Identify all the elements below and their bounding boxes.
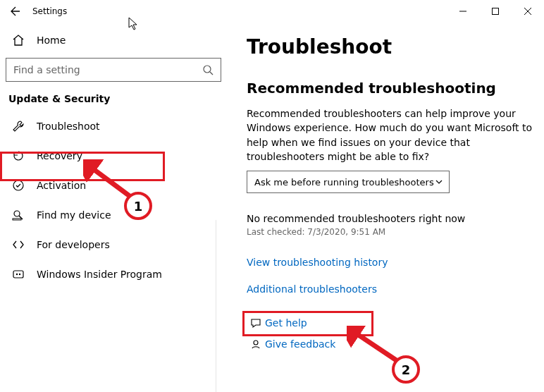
window-controls <box>447 0 544 23</box>
svg-point-4 <box>13 180 23 190</box>
titlebar: Settings <box>0 0 544 23</box>
content-pane: Troubleshoot Recommended troubleshooting… <box>225 23 544 392</box>
sidebar-item-label: Recovery <box>37 150 82 161</box>
sidebar-item-activation[interactable]: Activation <box>3 171 225 200</box>
give-feedback-link[interactable]: Give feedback <box>247 335 544 353</box>
get-help-link[interactable]: Get help <box>247 314 544 332</box>
maximize-button[interactable] <box>479 0 512 23</box>
svg-line-3 <box>210 72 213 75</box>
svg-point-11 <box>254 341 258 345</box>
arrow-left-icon <box>10 6 21 17</box>
last-checked-text: Last checked: 7/3/2020, 9:51 AM <box>247 227 544 237</box>
help-icon <box>247 317 265 329</box>
find-device-icon <box>11 208 25 222</box>
svg-point-5 <box>14 211 20 216</box>
view-history-link[interactable]: View troubleshooting history <box>247 257 388 268</box>
developers-icon <box>11 238 25 252</box>
feedback-icon <box>247 338 265 350</box>
sidebar-item-label: Troubleshoot <box>37 121 100 132</box>
minimize-button[interactable] <box>447 0 479 23</box>
sidebar-nav: Troubleshoot Recovery Activation Find my… <box>3 111 225 289</box>
give-feedback-label: Give feedback <box>265 338 335 350</box>
sidebar-item-recovery[interactable]: Recovery <box>3 141 225 171</box>
sidebar-item-for-developers[interactable]: For developers <box>3 230 225 259</box>
search-box[interactable] <box>6 58 221 82</box>
sidebar-item-label: Find my device <box>37 209 111 221</box>
sidebar-item-troubleshoot[interactable]: Troubleshoot <box>3 111 225 141</box>
close-icon <box>524 8 531 15</box>
svg-point-2 <box>204 66 211 73</box>
home-icon <box>11 33 25 47</box>
get-help-label: Get help <box>265 317 307 329</box>
sidebar-home[interactable]: Home <box>3 27 225 54</box>
activation-icon <box>11 178 25 192</box>
sidebar-item-find-my-device[interactable]: Find my device <box>3 200 225 230</box>
sidebar-item-label: Windows Insider Program <box>37 269 162 280</box>
wrench-icon <box>11 119 25 133</box>
back-button[interactable] <box>4 0 27 23</box>
search-icon <box>195 64 221 75</box>
minimize-icon <box>459 8 466 15</box>
sidebar-category: Update & Security <box>3 82 225 111</box>
sidebar-item-label: Activation <box>37 180 86 191</box>
troubleshoot-preference-select[interactable]: Ask me before running troubleshooters <box>247 171 450 193</box>
recovery-icon <box>11 149 25 163</box>
no-recommended-text: No recommended troubleshooters right now <box>247 213 544 224</box>
search-input[interactable] <box>6 59 195 81</box>
sidebar-home-label: Home <box>37 35 66 46</box>
svg-point-10 <box>19 274 20 275</box>
maximize-icon <box>492 8 499 15</box>
insider-icon <box>11 267 25 281</box>
svg-rect-7 <box>13 219 21 220</box>
select-value: Ask me before running troubleshooters <box>254 177 434 188</box>
svg-rect-1 <box>493 8 499 15</box>
svg-rect-8 <box>13 271 23 278</box>
sidebar: Home Update & Security Troubleshoot Reco… <box>0 23 225 392</box>
chevron-down-icon <box>435 178 443 186</box>
section-description: Recommended troubleshooters can help imp… <box>247 106 533 164</box>
additional-troubleshooters-link[interactable]: Additional troubleshooters <box>247 283 377 295</box>
section-title: Recommended troubleshooting <box>247 80 544 97</box>
close-button[interactable] <box>512 0 544 23</box>
svg-point-9 <box>16 274 18 275</box>
sidebar-item-label: For developers <box>37 239 110 250</box>
page-title: Troubleshoot <box>247 35 544 59</box>
divider <box>216 220 225 392</box>
app-title: Settings <box>27 6 67 16</box>
sidebar-item-windows-insider[interactable]: Windows Insider Program <box>3 259 225 289</box>
